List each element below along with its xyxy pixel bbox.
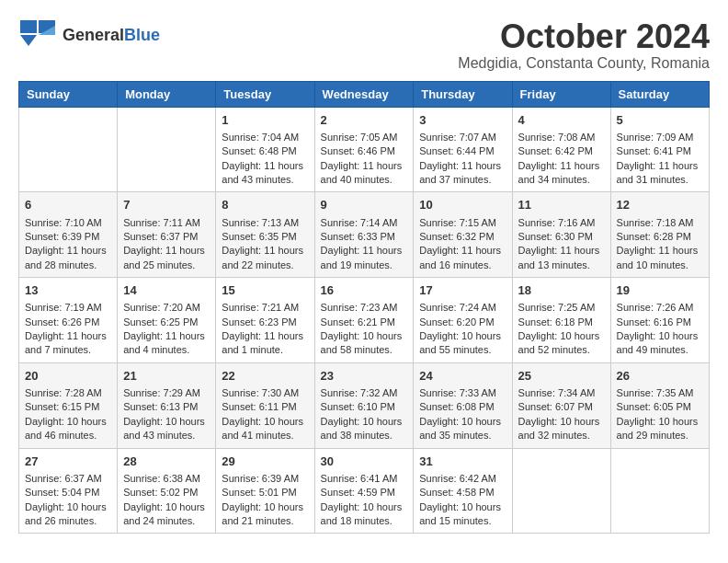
- sunrise-text: Sunrise: 6:42 AM: [419, 472, 506, 486]
- table-row: 9Sunrise: 7:14 AMSunset: 6:33 PMDaylight…: [314, 192, 414, 278]
- sunset-text: Sunset: 5:04 PM: [25, 486, 111, 500]
- table-row: 26Sunrise: 7:35 AMSunset: 6:05 PMDayligh…: [610, 362, 709, 448]
- sunrise-text: Sunrise: 7:30 AM: [222, 386, 308, 400]
- header-sunday: Sunday: [19, 81, 118, 107]
- daylight-text: Daylight: 10 hours and 18 minutes.: [321, 500, 408, 529]
- table-row: 17Sunrise: 7:24 AMSunset: 6:20 PMDayligh…: [414, 278, 512, 363]
- daylight-text: Daylight: 10 hours and 43 minutes.: [123, 415, 210, 443]
- table-row: [19, 107, 118, 192]
- table-row: 7Sunrise: 7:11 AMSunset: 6:37 PMDaylight…: [118, 192, 216, 278]
- day-number: 20: [25, 368, 111, 385]
- sunset-text: Sunset: 6:37 PM: [123, 230, 210, 244]
- header-wednesday: Wednesday: [314, 81, 414, 107]
- sunrise-text: Sunrise: 7:08 AM: [518, 131, 605, 144]
- sunrise-text: Sunrise: 7:13 AM: [222, 216, 308, 230]
- header-saturday: Saturday: [610, 81, 709, 107]
- table-row: 1Sunrise: 7:04 AMSunset: 6:48 PMDaylight…: [216, 107, 314, 192]
- sunset-text: Sunset: 6:42 PM: [518, 144, 605, 158]
- daylight-text: Daylight: 11 hours and 4 minutes.: [123, 329, 210, 358]
- day-number: 7: [123, 197, 210, 213]
- day-number: 29: [222, 454, 308, 470]
- day-number: 27: [25, 454, 111, 470]
- sunset-text: Sunset: 6:13 PM: [123, 400, 210, 414]
- page-header: GeneralBlue October 2024 Medgidia, Const…: [18, 18, 710, 72]
- day-number: 22: [222, 368, 308, 385]
- table-row: 15Sunrise: 7:21 AMSunset: 6:23 PMDayligh…: [216, 278, 314, 363]
- day-number: 28: [123, 454, 210, 470]
- sunset-text: Sunset: 6:26 PM: [25, 316, 111, 329]
- table-row: 28Sunrise: 6:38 AMSunset: 5:02 PMDayligh…: [118, 448, 216, 534]
- sunset-text: Sunset: 5:01 PM: [222, 486, 308, 500]
- calendar-week-row: 6Sunrise: 7:10 AMSunset: 6:39 PMDaylight…: [19, 192, 710, 278]
- table-row: 14Sunrise: 7:20 AMSunset: 6:25 PMDayligh…: [118, 278, 216, 363]
- sunrise-text: Sunrise: 7:20 AM: [123, 301, 210, 315]
- sunrise-text: Sunrise: 7:28 AM: [25, 386, 111, 400]
- sunset-text: Sunset: 6:39 PM: [25, 230, 111, 244]
- sunset-text: Sunset: 6:32 PM: [419, 230, 506, 244]
- sunrise-text: Sunrise: 7:14 AM: [321, 216, 408, 230]
- daylight-text: Daylight: 10 hours and 24 minutes.: [123, 500, 210, 529]
- table-row: 30Sunrise: 6:41 AMSunset: 4:59 PMDayligh…: [314, 448, 414, 534]
- sunrise-text: Sunrise: 7:07 AM: [419, 131, 506, 144]
- sunset-text: Sunset: 6:15 PM: [25, 400, 111, 414]
- daylight-text: Daylight: 10 hours and 46 minutes.: [25, 415, 111, 443]
- sunrise-text: Sunrise: 7:05 AM: [321, 131, 408, 144]
- day-number: 1: [222, 112, 308, 129]
- daylight-text: Daylight: 10 hours and 49 minutes.: [617, 329, 703, 358]
- table-row: 16Sunrise: 7:23 AMSunset: 6:21 PMDayligh…: [314, 278, 414, 363]
- logo-icon: [18, 18, 59, 52]
- table-row: 19Sunrise: 7:26 AMSunset: 6:16 PMDayligh…: [610, 278, 709, 363]
- table-row: 2Sunrise: 7:05 AMSunset: 6:46 PMDaylight…: [314, 107, 414, 192]
- header-tuesday: Tuesday: [216, 81, 314, 107]
- daylight-text: Daylight: 10 hours and 32 minutes.: [518, 415, 605, 443]
- daylight-text: Daylight: 11 hours and 28 minutes.: [25, 244, 111, 272]
- calendar-header-row: Sunday Monday Tuesday Wednesday Thursday…: [19, 81, 710, 107]
- sunset-text: Sunset: 6:05 PM: [617, 400, 703, 414]
- table-row: 13Sunrise: 7:19 AMSunset: 6:26 PMDayligh…: [19, 278, 118, 363]
- day-number: 21: [123, 368, 210, 385]
- header-monday: Monday: [118, 81, 216, 107]
- sunset-text: Sunset: 6:10 PM: [321, 400, 408, 414]
- day-number: 31: [419, 454, 506, 470]
- sunset-text: Sunset: 6:35 PM: [222, 230, 308, 244]
- daylight-text: Daylight: 10 hours and 38 minutes.: [321, 415, 408, 443]
- sunset-text: Sunset: 6:41 PM: [617, 144, 703, 158]
- sunrise-text: Sunrise: 7:33 AM: [419, 386, 506, 400]
- sunrise-text: Sunrise: 7:09 AM: [617, 131, 703, 144]
- table-row: 3Sunrise: 7:07 AMSunset: 6:44 PMDaylight…: [414, 107, 512, 192]
- calendar-week-row: 20Sunrise: 7:28 AMSunset: 6:15 PMDayligh…: [19, 362, 710, 448]
- table-row: [610, 448, 709, 534]
- sunrise-text: Sunrise: 7:29 AM: [123, 386, 210, 400]
- day-number: 17: [419, 282, 506, 299]
- table-row: 8Sunrise: 7:13 AMSunset: 6:35 PMDaylight…: [216, 192, 314, 278]
- table-row: 24Sunrise: 7:33 AMSunset: 6:08 PMDayligh…: [414, 362, 512, 448]
- sunset-text: Sunset: 4:59 PM: [321, 486, 408, 500]
- sunrise-text: Sunrise: 7:24 AM: [419, 301, 506, 315]
- sunset-text: Sunset: 6:30 PM: [518, 230, 605, 244]
- daylight-text: Daylight: 11 hours and 31 minutes.: [617, 159, 703, 188]
- sunrise-text: Sunrise: 7:19 AM: [25, 301, 111, 315]
- day-number: 15: [222, 282, 308, 299]
- sunset-text: Sunset: 6:46 PM: [321, 144, 408, 158]
- day-number: 10: [419, 197, 506, 213]
- header-thursday: Thursday: [414, 81, 512, 107]
- sunrise-text: Sunrise: 7:32 AM: [321, 386, 408, 400]
- day-number: 13: [25, 282, 111, 299]
- table-row: 22Sunrise: 7:30 AMSunset: 6:11 PMDayligh…: [216, 362, 314, 448]
- sunset-text: Sunset: 6:18 PM: [518, 316, 605, 329]
- day-number: 25: [518, 368, 605, 385]
- daylight-text: Daylight: 11 hours and 40 minutes.: [321, 159, 408, 188]
- daylight-text: Daylight: 10 hours and 29 minutes.: [617, 415, 703, 443]
- table-row: 10Sunrise: 7:15 AMSunset: 6:32 PMDayligh…: [414, 192, 512, 278]
- daylight-text: Daylight: 11 hours and 7 minutes.: [25, 329, 111, 358]
- daylight-text: Daylight: 10 hours and 41 minutes.: [222, 415, 308, 443]
- table-row: [512, 448, 610, 534]
- sunrise-text: Sunrise: 6:38 AM: [123, 472, 210, 486]
- day-number: 12: [617, 197, 703, 213]
- sunset-text: Sunset: 6:25 PM: [123, 316, 210, 329]
- daylight-text: Daylight: 11 hours and 22 minutes.: [222, 244, 308, 272]
- table-row: 27Sunrise: 6:37 AMSunset: 5:04 PMDayligh…: [19, 448, 118, 534]
- table-row: 12Sunrise: 7:18 AMSunset: 6:28 PMDayligh…: [610, 192, 709, 278]
- sunrise-text: Sunrise: 7:23 AM: [321, 301, 408, 315]
- sunset-text: Sunset: 6:48 PM: [222, 144, 308, 158]
